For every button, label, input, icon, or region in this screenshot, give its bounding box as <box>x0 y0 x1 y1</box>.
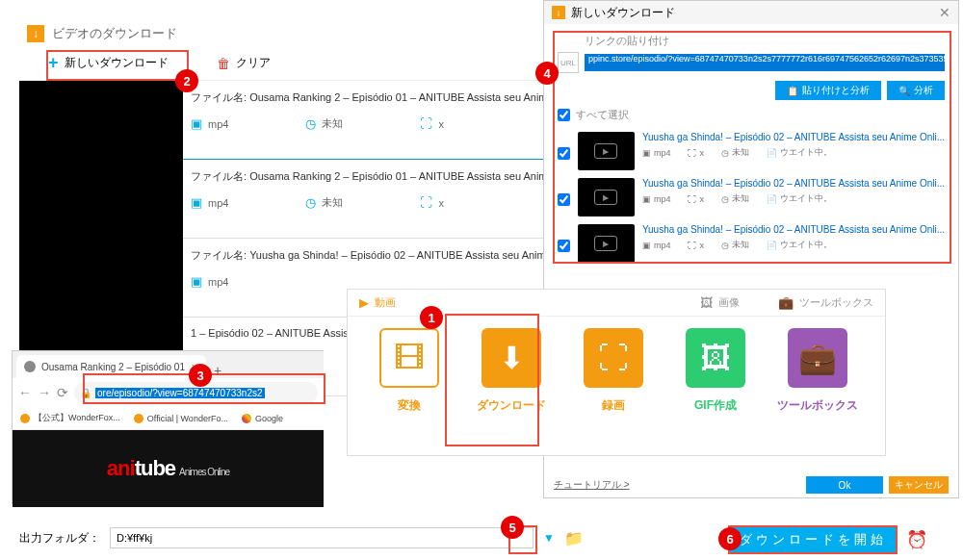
play-icon: ▶ <box>594 236 617 251</box>
bookmark-favicon <box>20 414 30 423</box>
annotation-badge-1: 1 <box>420 306 443 329</box>
ok-button[interactable]: Ok <box>806 476 883 494</box>
anitube-logo: anitubeAnimes Online <box>107 456 229 481</box>
resolution-icon: ⛶ <box>420 195 432 210</box>
url-icon: URL <box>558 52 579 73</box>
analyze-button[interactable]: 🔍分析 <box>887 81 945 100</box>
select-all-checkbox[interactable]: すべて選択 <box>558 108 945 122</box>
video-icon: ▶ <box>359 295 369 310</box>
gif-icon: 🖼 <box>686 328 745 388</box>
play-icon: ▶ <box>594 143 617 159</box>
google-favicon <box>242 414 251 423</box>
status-icon: 📄 <box>767 241 777 250</box>
convert-icon: 🎞 <box>379 328 439 388</box>
bookmarks-bar: 【公式】WonderFox... Official | WonderFo... … <box>13 407 324 430</box>
dialog-header: ↓ 新しいダウンロード ✕ <box>544 1 958 24</box>
schedule-icon[interactable]: ⏰ <box>903 527 930 552</box>
folder-icon[interactable]: 📁 <box>564 529 584 547</box>
clock-icon: ◷ <box>721 241 729 250</box>
image-icon: 🖼 <box>700 295 713 310</box>
dialog-download-item[interactable]: ▶ Yuusha ga Shinda! – Episódio 02 – ANIT… <box>558 220 945 267</box>
toolbox-tool-icon: 💼 <box>788 328 847 388</box>
thumbnail <box>19 239 183 318</box>
thumbnail <box>19 81 183 160</box>
resolution-icon: ⛶ <box>688 241 696 250</box>
format-icon: ▣ <box>642 194 651 204</box>
annotation-badge-5: 5 <box>501 516 524 539</box>
trash-icon: 🗑 <box>217 56 230 71</box>
tab-toolbox[interactable]: 💼ツールボックス <box>778 295 873 310</box>
close-icon[interactable]: ✕ <box>939 5 950 20</box>
paste-icon: 📋 <box>787 86 798 96</box>
toolbox-card[interactable]: 💼 ツールボックス <box>773 328 862 414</box>
download-item[interactable]: ファイル名: Ousama Ranking 2 – Episódio 01 – … <box>19 81 616 160</box>
annotation-badge-4: 4 <box>535 62 559 85</box>
url-paste-label: リンクの貼り付け <box>585 34 945 48</box>
search-icon: 🔍 <box>898 86 910 96</box>
dialog-title: 新しいダウンロード <box>571 5 675 21</box>
format-icon: ▣ <box>191 195 202 210</box>
bookmark-item[interactable]: Google <box>242 414 283 423</box>
back-icon[interactable]: ← <box>18 385 32 400</box>
format-icon: ▣ <box>642 241 651 250</box>
clock-icon: ◷ <box>305 116 316 131</box>
forward-icon[interactable]: → <box>38 385 51 400</box>
format-icon: ▣ <box>642 148 651 158</box>
annotation-badge-6: 6 <box>718 527 742 550</box>
clear-button[interactable]: 🗑 クリア <box>217 55 271 71</box>
convert-card[interactable]: 🎞 変換 <box>365 328 454 414</box>
gif-card[interactable]: 🖼 GIF作成 <box>671 328 760 414</box>
resolution-icon: ⛶ <box>688 148 696 158</box>
tutorial-link[interactable]: チュートリアル > <box>554 478 630 492</box>
clear-label: クリア <box>236 55 271 71</box>
output-folder-input[interactable] <box>110 527 534 548</box>
output-folder-label: 出力フォルダ： <box>19 530 100 547</box>
play-icon: ▶ <box>594 190 617 205</box>
bookmark-item[interactable]: Official | WonderFo... <box>134 414 228 423</box>
record-icon: ⛶ <box>584 328 643 388</box>
resolution-icon: ⛶ <box>420 116 432 131</box>
paste-analyze-button[interactable]: 📋貼り付けと分析 <box>775 81 881 100</box>
thumbnail: ▶ <box>578 224 635 263</box>
toolbox-icon: 💼 <box>778 295 794 310</box>
browser-content: anitubeAnimes Online <box>13 430 324 507</box>
thumbnail: ▶ <box>578 178 635 216</box>
thumbnail: ▶ <box>578 132 635 170</box>
item-checkbox[interactable] <box>558 147 570 160</box>
format-icon: ▣ <box>191 274 202 289</box>
record-card[interactable]: ⛶ 録画 <box>569 328 658 414</box>
url-input[interactable]: ppinc.store/episodio/?view=68747470733n2… <box>585 54 945 71</box>
bookmark-item[interactable]: 【公式】WonderFox... <box>20 412 120 424</box>
format-icon: ▣ <box>191 116 202 131</box>
resolution-icon: ⛶ <box>688 194 696 204</box>
bookmark-favicon <box>134 414 143 423</box>
status-icon: 📄 <box>767 194 777 204</box>
favicon <box>24 361 36 372</box>
annotation-badge-2: 2 <box>175 69 198 92</box>
dialog-download-item[interactable]: ▶ Yuusha ga Shinda! – Episódio 02 – ANIT… <box>558 174 945 220</box>
clock-icon: ◷ <box>721 148 729 158</box>
download-app-icon: ↓ <box>27 25 44 42</box>
annotation-box <box>445 314 539 446</box>
download-item[interactable]: ファイル名: Ousama Ranking 2 – Episódio 01 – … <box>19 160 616 239</box>
annotation-box <box>46 50 189 81</box>
dialog-footer: チュートリアル > Ok キャンセル <box>544 472 958 497</box>
dialog-download-item[interactable]: ▶ Yuusha ga Shinda! – Episódio 02 – ANIT… <box>558 128 945 174</box>
clock-icon: ◷ <box>721 194 729 204</box>
item-checkbox[interactable] <box>558 193 570 206</box>
reload-icon[interactable]: ⟳ <box>57 385 68 400</box>
main-header: ↓ ビデオのダウンロード <box>19 21 616 46</box>
tab-video[interactable]: ▶動画 <box>359 295 396 310</box>
cancel-button[interactable]: キャンセル <box>889 476 949 494</box>
annotation-badge-3: 3 <box>189 364 212 387</box>
status-icon: 📄 <box>767 148 777 158</box>
thumbnail <box>19 160 183 239</box>
clock-icon: ◷ <box>305 195 316 210</box>
download-icon: ↓ <box>552 6 565 19</box>
item-checkbox[interactable] <box>558 240 570 252</box>
annotation-box <box>728 525 898 554</box>
main-title: ビデオのダウンロード <box>52 25 177 42</box>
dropdown-icon[interactable]: ▼ <box>543 531 555 545</box>
tab-image[interactable]: 🖼画像 <box>700 295 740 310</box>
